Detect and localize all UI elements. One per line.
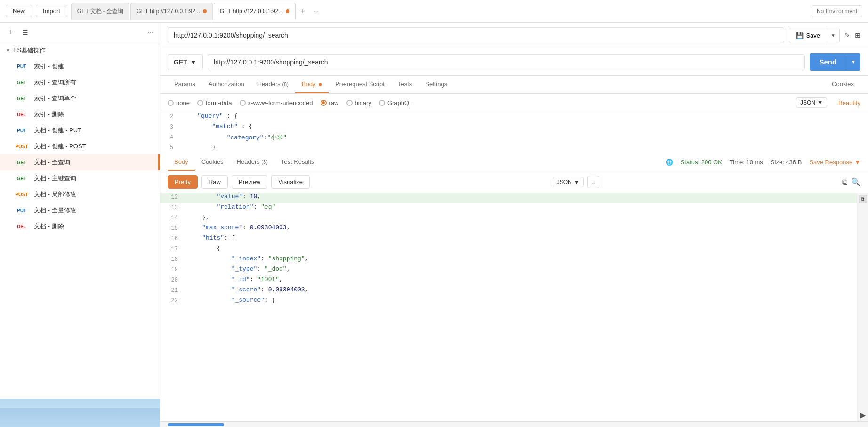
method-label: GET — [174, 58, 187, 66]
save-button-group: 💾 Save ▼ — [789, 28, 840, 43]
env-selector[interactable]: No Environment — [812, 5, 862, 17]
save-response-arrow-icon: ▼ — [854, 159, 860, 166]
resp-line-num-15: 15 — [160, 224, 184, 232]
method-badge-get: GET — [13, 96, 30, 102]
new-button[interactable]: New — [6, 5, 32, 17]
tab-more-button[interactable]: ··· — [310, 6, 323, 17]
resp-tab-cookies[interactable]: Cookies — [195, 153, 230, 171]
option-none[interactable]: none — [168, 99, 190, 106]
resp-line-14: 14 }, — [160, 214, 857, 224]
resp-line-12: 12 "value": 10, — [160, 193, 857, 203]
sidebar-item-del-doc[interactable]: DEL 文档 - 删除 — [0, 218, 160, 234]
method-select[interactable]: GET ▼ — [168, 54, 203, 70]
json-label: JSON — [800, 99, 815, 106]
option-graphql[interactable]: GraphQL — [379, 99, 412, 106]
sidebar-item-post-doc-create[interactable]: POST 文档 - 创建 - POST — [0, 138, 160, 154]
resp-line-num-16: 16 — [160, 234, 184, 242]
resp-line-num-12: 12 — [160, 193, 184, 201]
line-content-5: } — [179, 144, 868, 151]
response-section: Body Cookies Headers (3) Test Results 🌐 … — [160, 153, 868, 427]
sidebar-item-put-doc-create[interactable]: PUT 文档 - 创建 - PUT — [0, 122, 160, 138]
sidebar-more-button[interactable]: ··· — [146, 28, 154, 37]
tab-pre-request[interactable]: Pre-request Script — [329, 76, 391, 93]
method-badge-del: DEL — [13, 112, 30, 118]
code-line-4: 4 "category":"小米" — [160, 133, 868, 143]
resp-line-content-21: "_score": 0.09304003, — [184, 286, 857, 293]
resp-tab-headers[interactable]: Headers (3) — [230, 153, 274, 171]
json-format-selector[interactable]: JSON ▼ — [796, 97, 827, 108]
tab-3[interactable]: GET http://127.0.0.1:92... — [214, 3, 296, 20]
sidebar-item-get-index-all[interactable]: GET 索引 - 查询所有 — [0, 74, 160, 90]
content-area: 💾 Save ▼ ✎ ⊞ GET ▼ Send ▼ Params Authori… — [160, 23, 868, 427]
option-form-data[interactable]: form-data — [197, 99, 232, 106]
resp-line-content-13: "relation": "eq" — [184, 203, 857, 210]
sidebar-group-header[interactable]: ▼ ES基础操作 — [0, 42, 160, 58]
sidebar-filter-button[interactable]: ☰ — [19, 28, 31, 37]
save-arrow-button[interactable]: ▼ — [827, 28, 839, 43]
tab-2[interactable]: GET http://127.0.0.1:92... — [130, 3, 213, 20]
play-button[interactable]: ▶ — [860, 411, 866, 419]
sidebar-search-input[interactable] — [34, 29, 144, 36]
copy-panel-button[interactable]: ⧉ — [859, 195, 867, 203]
send-arrow-button[interactable]: ▼ — [846, 55, 860, 69]
right-panel-buttons: ⧉ ▶ — [857, 193, 868, 421]
resp-json-arrow-icon: ▼ — [574, 179, 579, 185]
tab-settings[interactable]: Settings — [418, 76, 454, 93]
tab-tests[interactable]: Tests — [391, 76, 418, 93]
sidebar-item-get-doc-all[interactable]: GET 文档 - 全查询 — [0, 154, 160, 170]
resp-btn-raw[interactable]: Raw — [201, 175, 228, 189]
url-input[interactable] — [168, 27, 784, 43]
beautify-button[interactable]: Beautify — [838, 99, 860, 106]
send-button[interactable]: Send — [810, 53, 846, 71]
response-tab-nav: Body Cookies Headers (3) Test Results 🌐 … — [160, 153, 868, 171]
json-arrow-icon: ▼ — [817, 99, 823, 106]
resp-tab-test-results[interactable]: Test Results — [274, 153, 321, 171]
scroll-thumb — [168, 423, 224, 426]
group-arrow-icon: ▼ — [6, 48, 10, 53]
edit-icon-button[interactable]: ✎ — [844, 32, 850, 39]
sidebar-item-get-index-single[interactable]: GET 索引 - 查询单个 — [0, 90, 160, 106]
resp-btn-preview[interactable]: Preview — [232, 175, 267, 189]
tab-bar: GET 文档 - 全查询 GET http://127.0.0.1:92... … — [71, 3, 808, 20]
sidebar-item-put-doc-update[interactable]: PUT 文档 - 全量修改 — [0, 202, 160, 218]
tab-add-button[interactable]: + — [297, 5, 308, 17]
tab-authorization[interactable]: Authorization — [202, 76, 251, 93]
resp-json-selector[interactable]: JSON ▼ — [553, 177, 584, 187]
option-raw[interactable]: raw — [321, 99, 339, 106]
tab-params[interactable]: Params — [168, 76, 202, 93]
layout-icon-button[interactable]: ⊞ — [855, 32, 860, 39]
tab-cookies[interactable]: Cookies — [825, 76, 860, 93]
save-response-label: Save Response — [809, 159, 852, 166]
resp-line-num-18: 18 — [160, 255, 184, 263]
tab-1[interactable]: GET 文档 - 全查询 — [71, 3, 129, 20]
sidebar-item-post-doc-patch[interactable]: POST 文档 - 局部修改 — [0, 186, 160, 202]
horizontal-scrollbar[interactable] — [160, 421, 868, 427]
option-urlencoded[interactable]: x-www-form-urlencoded — [240, 99, 313, 106]
sidebar-item-label: 文档 - 主键查询 — [34, 174, 76, 183]
line-content-3: "match" : { — [179, 123, 868, 130]
import-button[interactable]: Import — [36, 5, 67, 17]
resp-tab-body[interactable]: Body — [168, 153, 195, 171]
line-num-3: 3 — [160, 123, 179, 130]
sidebar-item-del-index[interactable]: DEL 索引 - 删除 — [0, 106, 160, 122]
save-response-button[interactable]: Save Response ▼ — [809, 159, 860, 166]
tab-2-dot — [203, 9, 207, 13]
request-url-input[interactable] — [208, 54, 805, 70]
resp-filter-button[interactable]: ≡ — [587, 176, 600, 188]
resp-btn-pretty[interactable]: Pretty — [168, 175, 198, 189]
save-button[interactable]: 💾 Save — [789, 28, 827, 43]
sidebar-add-button[interactable]: + — [6, 26, 16, 38]
resp-btn-visualize[interactable]: Visualize — [271, 175, 310, 189]
tab-body[interactable]: Body — [295, 76, 329, 93]
sidebar-item-label: 文档 - 全量修改 — [34, 206, 76, 215]
response-body: 12 "value": 10, 13 "relation": "eq" 14 }… — [160, 193, 857, 421]
line-num-2: 2 — [160, 113, 179, 120]
resp-line-18: 18 "_index": "shopping", — [160, 255, 857, 266]
tab-headers[interactable]: Headers (8) — [251, 76, 295, 93]
resp-search-button[interactable]: 🔍 — [851, 177, 860, 186]
sidebar-item-put-index-create[interactable]: PUT 索引 - 创建 — [0, 58, 160, 74]
resp-copy-button[interactable]: ⧉ — [842, 177, 847, 186]
method-badge-get: GET — [13, 80, 30, 86]
option-binary[interactable]: binary — [346, 99, 371, 106]
sidebar-item-get-doc-key[interactable]: GET 文档 - 主键查询 — [0, 170, 160, 186]
